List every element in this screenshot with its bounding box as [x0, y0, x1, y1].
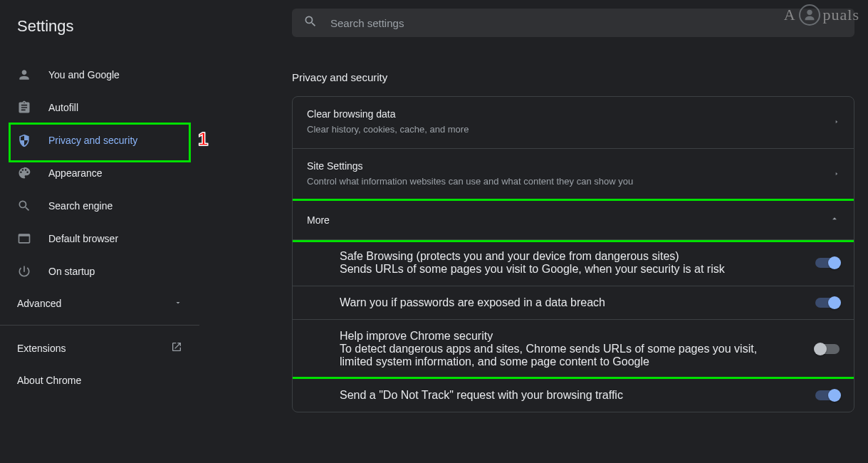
search-icon	[303, 14, 318, 31]
svg-point-0	[807, 10, 812, 15]
row-desc: Control what information websites can us…	[307, 175, 633, 189]
toggle-label: Warn you if passwords are exposed in a d…	[340, 296, 605, 309]
toggle-help-improve-security[interactable]: Help improve Chrome security To detect d…	[293, 320, 854, 379]
sidebar-advanced[interactable]: Advanced	[0, 288, 199, 319]
sidebar-item-default-browser[interactable]: Default browser	[0, 222, 199, 255]
watermark: A puals	[784, 4, 859, 26]
palette-icon	[17, 166, 31, 180]
open-external-icon	[171, 341, 182, 355]
sidebar-item-label: Search engine	[48, 200, 113, 212]
clipboard-icon	[17, 100, 31, 115]
sidebar-about-label: About Chrome	[17, 375, 81, 386]
search-bar[interactable]	[292, 9, 854, 37]
mascot-icon	[799, 4, 820, 26]
chevron-down-icon	[174, 298, 182, 309]
sidebar-item-label: Autofill	[48, 102, 78, 113]
toggle-desc: To detect dangerous apps and sites, Chro…	[340, 343, 781, 368]
toggle-switch[interactable]	[815, 298, 840, 308]
toggle-switch[interactable]	[815, 258, 840, 268]
sidebar-item-search-engine[interactable]: Search engine	[0, 189, 199, 222]
sidebar-item-label: Privacy and security	[48, 135, 137, 146]
person-icon	[17, 68, 31, 82]
search-input[interactable]	[330, 17, 843, 29]
toggle-desc: Sends URLs of some pages you visit to Go…	[340, 263, 725, 276]
more-sublist: Safe Browsing (protects you and your dev…	[293, 240, 854, 412]
privacy-card: Clear browsing data Clear history, cooki…	[292, 96, 854, 412]
sidebar-item-label: Appearance	[48, 167, 103, 179]
toggle-label: Send a "Do Not Track" request with your …	[340, 389, 623, 402]
toggle-switch[interactable]	[815, 344, 840, 354]
row-more[interactable]: More	[293, 201, 854, 240]
sidebar-item-autofill[interactable]: Autofill	[0, 91, 199, 124]
main-content: A puals Privacy and security Clear brows…	[199, 0, 868, 463]
row-clear-browsing-data[interactable]: Clear browsing data Clear history, cooki…	[293, 97, 854, 149]
sidebar-extensions[interactable]: Extensions	[0, 331, 199, 365]
section-title: Privacy and security	[292, 71, 859, 83]
sidebar-item-label: Default browser	[48, 233, 118, 244]
power-icon	[17, 264, 31, 279]
divider	[0, 325, 199, 326]
sidebar-about-chrome[interactable]: About Chrome	[0, 365, 199, 396]
page-title: Settings	[0, 11, 199, 53]
sidebar-item-appearance[interactable]: Appearance	[0, 157, 199, 189]
sidebar: Settings You and Google Autofill Privacy…	[0, 0, 199, 463]
shield-icon	[17, 133, 31, 147]
sidebar-item-on-startup[interactable]: On startup	[0, 255, 199, 288]
sidebar-extensions-label: Extensions	[17, 343, 66, 354]
toggle-switch[interactable]	[815, 390, 840, 400]
toggle-label: Help improve Chrome security	[340, 330, 781, 343]
toggle-password-breach-warning[interactable]: Warn you if passwords are exposed in a d…	[293, 286, 854, 320]
sidebar-item-label: On startup	[48, 266, 95, 277]
toggle-do-not-track[interactable]: Send a "Do Not Track" request with your …	[293, 379, 854, 412]
toggle-safe-browsing[interactable]: Safe Browsing (protects you and your dev…	[293, 240, 854, 286]
search-icon	[17, 199, 31, 213]
chevron-up-icon	[830, 214, 840, 227]
row-label: Clear browsing data	[307, 108, 469, 120]
sidebar-item-you-and-google[interactable]: You and Google	[0, 58, 199, 91]
chevron-right-icon	[834, 116, 840, 129]
sidebar-item-privacy-security[interactable]: Privacy and security	[0, 124, 199, 157]
sidebar-advanced-label: Advanced	[17, 298, 61, 309]
sidebar-nav: You and Google Autofill Privacy and secu…	[0, 53, 199, 288]
row-label: More	[307, 214, 330, 226]
chevron-right-icon	[834, 168, 840, 181]
row-site-settings[interactable]: Site Settings Control what information w…	[293, 149, 854, 201]
sidebar-item-label: You and Google	[48, 69, 120, 80]
toggle-label: Safe Browsing (protects you and your dev…	[340, 250, 725, 263]
row-label: Site Settings	[307, 160, 633, 172]
row-desc: Clear history, cookies, cache, and more	[307, 123, 469, 137]
browser-icon	[17, 232, 31, 246]
